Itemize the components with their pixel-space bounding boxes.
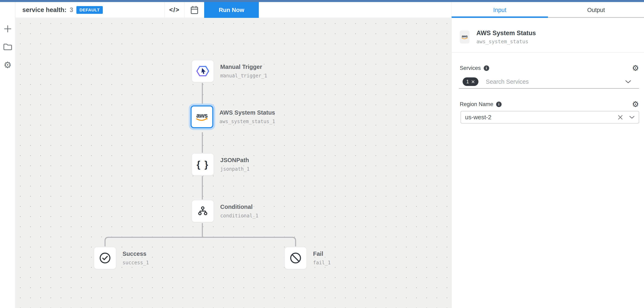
clear-icon[interactable] — [618, 114, 623, 120]
node-id: aws_system_status_1 — [220, 119, 275, 124]
aws-logo-icon: aws — [194, 112, 210, 122]
svg-text:aws: aws — [196, 112, 208, 119]
success-check-icon — [99, 252, 111, 264]
region-name-value[interactable]: us-west-2 — [465, 114, 492, 121]
aws-logo-icon: aws — [460, 34, 469, 40]
node-success[interactable]: Success success_1 — [94, 247, 149, 270]
node-box[interactable] — [284, 247, 307, 270]
node-box-selected[interactable]: aws — [190, 106, 213, 128]
node-id: conditional_1 — [220, 213, 258, 218]
info-icon[interactable]: i — [496, 102, 502, 107]
node-id: fail_1 — [313, 260, 331, 266]
node-title: Conditional — [220, 204, 258, 210]
left-toolbar: ⚙ — [0, 2, 15, 308]
panel-node-id: aws_system_status — [476, 38, 536, 44]
services-label: Services — [460, 65, 481, 71]
node-id: success_1 — [122, 260, 149, 266]
info-icon[interactable]: i — [484, 66, 489, 71]
run-now-button[interactable]: Run Now — [204, 2, 259, 18]
node-logo-tile: aws — [460, 30, 470, 44]
svg-text:aws: aws — [462, 34, 468, 38]
divider — [452, 52, 644, 52]
services-select[interactable]: 1 Search Services — [459, 75, 639, 88]
header: service health: 3 DEFAULT </> Run Now — [0, 2, 452, 18]
node-title: Manual Trigger — [220, 64, 267, 70]
node-fail[interactable]: Fail fail_1 — [284, 247, 331, 270]
schedule-button[interactable] — [184, 2, 204, 18]
node-box[interactable] — [191, 60, 214, 82]
node-id: manual_trigger_1 — [220, 73, 267, 79]
node-box[interactable]: { } — [191, 153, 214, 176]
chevron-down-icon[interactable] — [629, 116, 635, 119]
top-accent-bar — [0, 0, 644, 2]
gear-icon: ⚙ — [4, 60, 12, 70]
region-label-row: Region Name i ⚙ — [460, 100, 639, 108]
panel-node-title: AWS System Status — [476, 30, 536, 37]
node-jsonpath[interactable]: { } JSONPath jsonpath_1 — [191, 153, 250, 176]
code-icon: </> — [169, 6, 180, 14]
add-node-button[interactable] — [0, 22, 15, 35]
chip-count: 1 — [466, 79, 469, 84]
chip-remove-icon[interactable] — [471, 80, 475, 84]
braces-icon: { } — [197, 159, 209, 170]
node-conditional[interactable]: Conditional conditional_1 — [191, 200, 258, 222]
region-name-label: Region Name — [460, 101, 493, 108]
page-title: service health: — [22, 6, 66, 14]
fail-prohibited-icon — [290, 252, 302, 264]
node-box[interactable] — [191, 200, 214, 222]
inspector-tabs: Input Output — [452, 2, 644, 18]
plus-icon — [4, 25, 12, 33]
services-search-input[interactable]: Search Services — [486, 78, 528, 85]
code-view-button[interactable]: </> — [164, 2, 184, 18]
default-badge: DEFAULT — [76, 6, 102, 14]
conditional-icon — [197, 206, 208, 217]
node-title: AWS System Status — [220, 109, 275, 116]
node-aws-system-status[interactable]: aws AWS System Status aws_system_status_… — [190, 106, 275, 128]
tab-input[interactable]: Input — [452, 2, 548, 18]
files-button[interactable] — [0, 40, 15, 53]
selected-services-chip[interactable]: 1 — [462, 78, 478, 86]
folder-icon — [3, 43, 12, 50]
manual-trigger-icon — [196, 65, 210, 77]
run-count: 3 — [70, 6, 73, 14]
active-tab-underline — [452, 16, 548, 18]
node-box[interactable] — [94, 247, 116, 270]
services-label-row: Services i ⚙ — [460, 64, 639, 72]
chevron-down-icon[interactable] — [625, 80, 631, 84]
region-name-field[interactable]: us-west-2 — [460, 111, 639, 124]
tab-underline — [548, 17, 644, 18]
gear-icon[interactable]: ⚙ — [632, 100, 639, 108]
workflow-canvas[interactable]: Manual Trigger manual_trigger_1 aws AWS … — [16, 18, 452, 308]
node-manual-trigger[interactable]: Manual Trigger manual_trigger_1 — [191, 60, 267, 82]
inspector-panel: Input Output aws AWS System Status aws_s… — [452, 2, 644, 308]
gear-icon[interactable]: ⚙ — [632, 64, 639, 72]
tab-output[interactable]: Output — [548, 2, 644, 18]
settings-button[interactable]: ⚙ — [0, 58, 15, 72]
node-title: JSONPath — [220, 157, 250, 164]
node-id: jsonpath_1 — [220, 166, 250, 172]
calendar-icon — [190, 5, 199, 15]
selected-node-header: aws AWS System Status aws_system_status — [460, 30, 640, 44]
node-title: Success — [122, 250, 149, 257]
node-title: Fail — [313, 250, 331, 257]
